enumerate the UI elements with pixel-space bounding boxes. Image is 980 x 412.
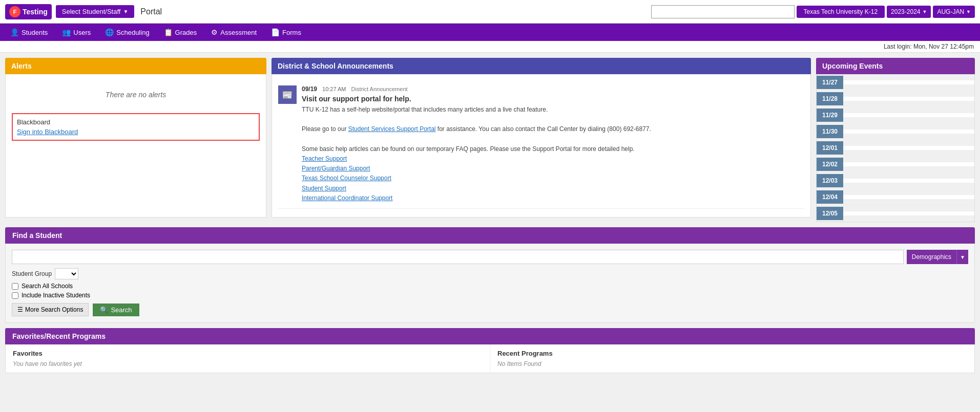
nav-grades-label: Grades — [175, 29, 197, 36]
login-status: Last login: Mon, Nov 27 12:45pm — [0, 41, 980, 53]
filter-icon: ☰ — [17, 306, 23, 313]
year-label: 2023-2024 — [891, 8, 920, 15]
testing-badge: Testing — [23, 8, 48, 16]
nav-assessment[interactable]: ⚙ Assessment — [204, 24, 264, 41]
favorites-header: Favorites/Recent Programs — [5, 328, 975, 344]
nav-students[interactable]: 👤 Students — [3, 24, 55, 41]
favorites-body: Favorites You have no favorites yet Rece… — [5, 344, 975, 373]
login-status-text: Last login: Mon, Nov 27 12:45pm — [884, 43, 974, 50]
recent-programs-col-header: Recent Programs — [497, 350, 967, 357]
event-row-1202: 12/02 — [817, 156, 974, 172]
events-section: Upcoming Events 11/27 11/28 11/29 11/30 … — [816, 58, 975, 222]
event-row-1205: 12/05 — [817, 205, 974, 222]
nav-forms[interactable]: 📄 Forms — [264, 24, 308, 41]
favorites-col: Favorites You have no favorites yet — [6, 344, 490, 373]
nav-users[interactable]: 👥 Users — [55, 24, 98, 41]
include-inactive-checkbox[interactable] — [12, 292, 18, 299]
teacher-support-link[interactable]: Teacher Support — [302, 155, 347, 162]
demographics-dropdown-arrow-icon[interactable]: ▼ — [956, 250, 968, 264]
event-content-1203 — [843, 179, 974, 183]
more-options-label: More Search Options — [25, 306, 83, 313]
support-portal-link[interactable]: Student Services Support Portal — [348, 125, 436, 133]
app-logo: F — [9, 6, 20, 17]
event-row-1127: 11/27 — [817, 74, 974, 91]
event-content-1201 — [843, 146, 974, 150]
announcement-item: 📰 09/19 10:27 AM District Announcement V… — [278, 80, 804, 209]
student-support-link[interactable]: Student Support — [302, 185, 346, 192]
event-row-1128: 11/28 — [817, 91, 974, 107]
counselor-support-link[interactable]: Texas School Counselor Support — [302, 175, 391, 182]
year-dropdown[interactable]: 2023-2024 ▼ — [887, 6, 931, 18]
blackboard-box: Blackboard Sign into Blackboard — [12, 113, 260, 141]
nav-forms-label: Forms — [282, 29, 301, 36]
search-all-schools-label: Search All Schools — [22, 283, 73, 290]
event-row-1201: 12/01 — [817, 140, 974, 156]
event-content-1130 — [843, 129, 974, 134]
scheduling-icon: 🌐 — [105, 28, 114, 36]
student-group-select[interactable] — [55, 268, 78, 279]
student-group-select-wrapper — [55, 268, 78, 279]
grades-icon: 📋 — [164, 28, 173, 36]
recent-programs-empty-text: No Items Found — [497, 360, 967, 367]
portal-title: Portal — [140, 7, 651, 16]
recent-programs-col: Recent Programs No Items Found — [490, 344, 974, 373]
ann-title: Visit our support portal for help. — [302, 95, 651, 103]
event-date-1128: 11/28 — [817, 92, 843, 105]
event-date-1205: 12/05 — [817, 207, 843, 220]
no-alerts-text: There are no alerts — [12, 80, 260, 109]
search-label: Search — [111, 306, 132, 314]
nav-assessment-label: Assessment — [220, 29, 257, 36]
search-button[interactable]: 🔍 Search — [93, 303, 139, 316]
select-student-button[interactable]: Select Student/Staff ▼ — [56, 5, 135, 18]
forms-icon: 📄 — [271, 28, 280, 36]
ann-body: TTU K-12 has a self-help website/portal … — [302, 105, 651, 203]
nav-scheduling-label: Scheduling — [116, 29, 149, 36]
event-content-1204 — [843, 195, 974, 199]
event-row-1129: 11/29 — [817, 107, 974, 123]
select-student-arrow-icon: ▼ — [123, 9, 128, 14]
favorites-empty-text: You have no favorites yet — [13, 360, 483, 367]
top-search-input[interactable] — [651, 5, 795, 18]
nav-bar: 👤 Students 👥 Users 🌐 Scheduling 📋 Grades… — [0, 24, 980, 41]
favorites-section: Favorites/Recent Programs Favorites You … — [0, 328, 980, 378]
event-row-1130: 11/30 — [817, 123, 974, 140]
student-group-row: Student Group — [12, 268, 968, 279]
logo-badge: F Testing — [5, 4, 52, 19]
event-date-1130: 11/30 — [817, 125, 843, 138]
intl-support-link[interactable]: International Coordinator Support — [302, 194, 392, 202]
event-date-1203: 12/03 — [817, 174, 843, 187]
nav-grades[interactable]: 📋 Grades — [157, 24, 204, 41]
event-date-1129: 11/29 — [817, 109, 843, 122]
ann-time: 10:27 AM — [322, 86, 346, 92]
nav-scheduling[interactable]: 🌐 Scheduling — [98, 24, 156, 41]
event-date-1202: 12/02 — [817, 158, 843, 171]
search-all-schools-row: Search All Schools — [12, 283, 968, 290]
alerts-header: Alerts — [5, 58, 266, 74]
find-student-body: Demographics ▼ Student Group Search All … — [5, 244, 975, 323]
demographics-control: Demographics ▼ — [907, 250, 968, 264]
student-search-input[interactable] — [12, 250, 904, 264]
parent-support-link[interactable]: Parent/Guardian Support — [302, 165, 370, 172]
ann-type: District Announcement — [351, 86, 408, 92]
search-all-schools-checkbox[interactable] — [12, 283, 18, 290]
top-right-controls: Texas Tech University K-12 2023-2024 ▼ A… — [651, 5, 975, 18]
announcements-header: District & School Announcements — [272, 58, 811, 74]
school-name-button[interactable]: Texas Tech University K-12 — [797, 6, 885, 18]
event-date-1201: 12/01 — [817, 141, 843, 155]
month-label: AUG-JAN — [937, 8, 964, 15]
select-student-label: Select Student/Staff — [62, 8, 121, 15]
more-search-options-button[interactable]: ☰ More Search Options — [12, 303, 89, 316]
blackboard-link[interactable]: Sign into Blackboard — [17, 128, 78, 136]
announcement-content: 09/19 10:27 AM District Announcement Vis… — [302, 85, 651, 203]
event-date-1204: 12/04 — [817, 190, 843, 204]
nav-users-label: Users — [73, 29, 91, 36]
students-icon: 👤 — [10, 28, 19, 36]
announcements-body: 📰 09/19 10:27 AM District Announcement V… — [272, 74, 811, 218]
nav-students-label: Students — [22, 29, 48, 36]
event-row-1204: 12/04 — [817, 189, 974, 205]
month-dropdown[interactable]: AUG-JAN ▼ — [933, 6, 975, 18]
search-btn-row: ☰ More Search Options 🔍 Search — [12, 303, 968, 316]
announcements-section: District & School Announcements 📰 09/19 … — [272, 58, 811, 222]
include-inactive-row: Include Inactive Students — [12, 292, 968, 299]
event-content-1129 — [843, 113, 974, 117]
